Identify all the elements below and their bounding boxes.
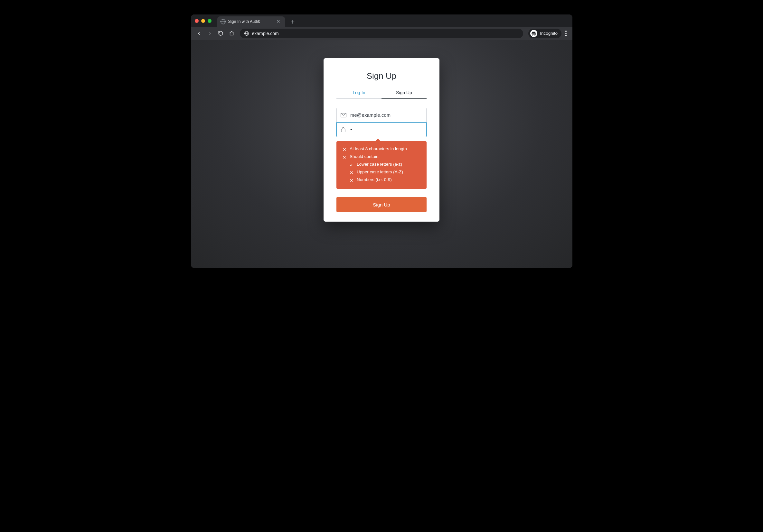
mail-icon (341, 113, 346, 118)
hint-contain: ✕ Should contain: (342, 154, 421, 160)
email-field-wrapper (336, 108, 427, 123)
back-button[interactable] (194, 29, 204, 38)
tab-login[interactable]: Log In (336, 90, 382, 99)
signup-button[interactable]: Sign Up (336, 197, 427, 212)
browser-menu-button[interactable] (563, 31, 569, 36)
password-input[interactable] (350, 127, 425, 133)
page-viewport: Sign Up Log In Sign Up (191, 40, 572, 268)
close-tab-button[interactable]: ✕ (275, 19, 282, 25)
site-info-icon[interactable] (244, 31, 249, 36)
titlebar: Sign In with Auth0 ✕ ＋ (191, 15, 572, 27)
password-requirements: ✕ At least 8 characters in length ✕ Shou… (336, 141, 427, 189)
hint-length: ✕ At least 8 characters in length (342, 146, 421, 152)
close-window-button[interactable] (195, 19, 199, 23)
hint-uppercase: ✕ Upper case letters (A-Z) (349, 169, 421, 175)
hint-lowercase: ✓ Lower case letters (a-z) (349, 162, 421, 168)
home-button[interactable] (227, 29, 237, 38)
password-field-wrapper (336, 122, 427, 137)
hint-numbers: ✕ Numbers (i.e. 0-9) (349, 177, 421, 183)
toolbar: example.com Incognito (191, 27, 572, 40)
new-tab-button[interactable]: ＋ (285, 16, 300, 27)
minimize-window-button[interactable] (201, 19, 205, 23)
x-icon: ✕ (349, 170, 354, 175)
email-input[interactable] (350, 113, 422, 118)
x-icon: ✕ (342, 155, 346, 160)
card-title: Sign Up (324, 71, 439, 81)
incognito-icon (530, 30, 537, 37)
tab-title: Sign In with Auth0 (228, 19, 272, 24)
browser-tab[interactable]: Sign In with Auth0 ✕ (217, 16, 285, 27)
address-bar[interactable]: example.com (240, 29, 523, 38)
auth-card: Sign Up Log In Sign Up (324, 58, 439, 222)
window-controls (195, 19, 211, 23)
globe-icon (221, 19, 226, 24)
incognito-label: Incognito (540, 31, 558, 36)
x-icon: ✕ (349, 178, 354, 183)
browser-window: Sign In with Auth0 ✕ ＋ example.com Incog… (191, 15, 572, 268)
svg-rect-3 (341, 129, 345, 132)
maximize-window-button[interactable] (208, 19, 211, 23)
tab-signup[interactable]: Sign Up (382, 90, 427, 99)
form-fields (324, 108, 439, 137)
auth-tabs: Log In Sign Up (336, 90, 427, 99)
incognito-indicator[interactable]: Incognito (528, 29, 562, 38)
lock-icon (341, 127, 346, 133)
x-icon: ✕ (342, 147, 346, 152)
svg-point-0 (532, 34, 533, 35)
check-icon: ✓ (349, 162, 354, 168)
forward-button[interactable] (205, 29, 215, 38)
reload-button[interactable] (216, 29, 226, 38)
url-text: example.com (252, 31, 279, 36)
svg-point-1 (534, 34, 535, 35)
